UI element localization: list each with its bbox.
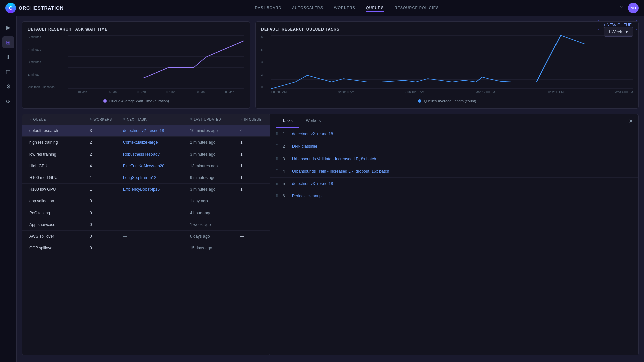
cell-queue-name: AWS spillover <box>26 231 87 242</box>
wait-time-chart-card: DEFAULT RESEARCH TASK WAIT TIME <box>22 21 250 109</box>
cell-workers: 0 <box>87 207 120 219</box>
task-name[interactable]: Urbansounds Train - Increased LR, dropou… <box>292 169 389 174</box>
sidebar-item-refresh[interactable]: ⟳ <box>2 95 14 107</box>
panel-close-button[interactable]: ✕ <box>629 118 633 124</box>
y-label-5sec: less than 5 seconds <box>28 85 55 89</box>
sidebar-item-dataops[interactable]: ⬇ <box>2 51 14 63</box>
bottom-row: ⇅ QUEUE ⇅ WORKERS ⇅ NEXT TASK ⇅ LAST UPD… <box>22 114 639 355</box>
table-row[interactable]: default research 3 detectnet_v2_resnet18… <box>22 125 270 137</box>
cell-next-task[interactable]: EfficiencyBoost-fp16 <box>120 184 187 195</box>
app-title: ORCHESTRATION <box>19 5 64 11</box>
cell-next-task: — <box>120 242 187 252</box>
task-number: 5 <box>283 181 288 186</box>
sidebar-item-orchestration[interactable]: ⊞ <box>2 36 14 48</box>
sort-icon-workers: ⇅ <box>90 118 92 121</box>
table-row[interactable]: GCP spillover 0 — 15 days ago — <box>22 242 270 252</box>
col-next-task[interactable]: ⇅ NEXT TASK <box>120 114 187 125</box>
col-queue[interactable]: ⇅ QUEUE <box>26 114 87 125</box>
wait-time-svg <box>68 35 244 89</box>
task-number: 3 <box>283 157 288 161</box>
cell-workers: 1 <box>87 184 120 195</box>
cell-next-task[interactable]: RobustnessTest-adv <box>120 148 187 160</box>
cell-workers: 0 <box>87 242 120 252</box>
table-row[interactable]: app validation 0 — 1 day ago — <box>22 195 270 207</box>
col-in-queue[interactable]: ⇅ IN QUEUE <box>238 114 265 125</box>
cell-in-queue: — <box>238 207 265 219</box>
tab-autoscalers[interactable]: AUTOSCALERS <box>292 4 323 12</box>
drag-handle-icon: ⠿ <box>276 132 279 136</box>
nav-tabs: DASHBOARD AUTOSCALERS WORKERS QUEUES RES… <box>74 4 620 12</box>
nav-right: ? NO <box>620 3 639 13</box>
cell-queue-name: PoC testing <box>26 207 87 219</box>
cell-next-task: — <box>120 219 187 230</box>
table-row[interactable]: App showcase 0 — 1 week ago — <box>22 219 270 231</box>
cell-last-updated: 4 hours ago <box>187 207 238 219</box>
task-name[interactable]: Urbansounds Validate - Increased LR, 8x … <box>292 157 376 161</box>
cell-in-queue: 1 <box>238 172 265 183</box>
col-last-updated[interactable]: ⇅ LAST UPDATED <box>187 114 238 125</box>
task-list: ⠿ 1 detectnet_v2_resnet18 ⠿ 2 DNN classi… <box>270 128 638 202</box>
panel-header: Tasks Workers ✕ <box>270 114 638 128</box>
cell-workers: 4 <box>87 160 120 172</box>
charts-row: DEFAULT RESEARCH TASK WAIT TIME <box>22 21 639 109</box>
task-row[interactable]: ⠿ 5 detectnet_v3_resnet18 <box>270 178 638 190</box>
user-avatar[interactable]: NO <box>628 3 639 13</box>
tab-dashboard[interactable]: DASHBOARD <box>255 4 282 12</box>
table-row[interactable]: PoC testing 0 — 4 hours ago — <box>22 207 270 219</box>
col-workers[interactable]: ⇅ WORKERS <box>87 114 120 125</box>
table-row[interactable]: High GPU 4 FineTuneX-News-ep20 13 minute… <box>22 160 270 172</box>
cell-last-updated: 1 day ago <box>187 195 238 207</box>
task-name[interactable]: detectnet_v2_resnet18 <box>292 132 333 136</box>
task-row[interactable]: ⠿ 3 Urbansounds Validate - Increased LR,… <box>270 153 638 165</box>
legend-dot-blue <box>418 99 421 103</box>
cell-in-queue: 1 <box>238 160 265 172</box>
task-row[interactable]: ⠿ 4 Urbansounds Train - Increased LR, dr… <box>270 165 638 178</box>
cell-last-updated: 10 minutes ago <box>187 125 238 136</box>
panel-tab-tasks[interactable]: Tasks <box>276 114 299 128</box>
drag-handle-icon: ⠿ <box>276 169 279 174</box>
tab-resource-policies[interactable]: RESOURCE POLICIES <box>394 4 439 12</box>
y-label-1min: 1 minute <box>28 73 55 76</box>
sidebar-item-settings[interactable]: ⚙ <box>2 80 14 93</box>
cell-next-task[interactable]: FineTuneX-News-ep20 <box>120 160 187 172</box>
table-row[interactable]: low res training 2 RobustnessTest-adv 3 … <box>22 148 270 160</box>
cell-queue-name: app validation <box>26 195 87 207</box>
task-row[interactable]: ⠿ 2 DNN classifier <box>270 140 638 153</box>
cell-last-updated: 13 minutes ago <box>187 160 238 172</box>
cell-next-task[interactable]: LongSeqTrain-512 <box>120 172 187 183</box>
sidebar-item-datasets[interactable]: ◫ <box>2 66 14 78</box>
tab-queues[interactable]: QUEUES <box>366 4 384 12</box>
table-row[interactable]: H100 med GPU 1 LongSeqTrain-512 9 minute… <box>22 172 270 184</box>
task-number: 1 <box>283 132 288 136</box>
help-button[interactable]: ? <box>620 5 623 11</box>
queued-tasks-chart-title: DEFAULT RESEARCH QUEUED TASKS <box>261 27 633 31</box>
new-queue-button[interactable]: + NEW QUEUE <box>598 20 637 30</box>
cell-last-updated: 15 days ago <box>187 242 238 252</box>
cell-next-task[interactable]: Contextualize-large <box>120 137 187 148</box>
wait-time-legend: Queue Average Wait Time (duration) <box>28 99 244 103</box>
task-name[interactable]: Periodic cleanup <box>292 194 322 198</box>
queued-tasks-svg <box>271 35 633 89</box>
task-row[interactable]: ⠿ 1 detectnet_v2_resnet18 <box>270 128 638 140</box>
sidebar-item-pipelines[interactable]: ▶ <box>2 21 14 34</box>
cell-in-queue: 1 <box>238 184 265 195</box>
task-name[interactable]: DNN classifier <box>292 144 317 149</box>
panel-tab-workers[interactable]: Workers <box>299 114 328 128</box>
app-logo[interactable]: C ORCHESTRATION <box>5 3 64 13</box>
table-row[interactable]: high res training 2 Contextualize-large … <box>22 137 270 148</box>
cell-queue-name: High GPU <box>26 160 87 172</box>
drag-handle-icon: ⠿ <box>276 144 279 149</box>
cell-workers: 2 <box>87 148 120 160</box>
cell-queue-name: H100 med GPU <box>26 172 87 183</box>
task-row[interactable]: ⠿ 6 Periodic cleanup <box>270 190 638 202</box>
table-row[interactable]: AWS spillover 0 — 6 days ago — <box>22 231 270 242</box>
panel-tabs: Tasks Workers <box>276 114 328 128</box>
tab-workers[interactable]: WORKERS <box>334 4 355 12</box>
cell-next-task[interactable]: detectnet_v2_resnet18 <box>120 125 187 136</box>
table-row[interactable]: H100 low GPU 1 EfficiencyBoost-fp16 3 mi… <box>22 184 270 195</box>
task-name[interactable]: detectnet_v3_resnet18 <box>292 181 333 186</box>
queued-tasks-chart-card: DEFAULT RESEARCH QUEUED TASKS 1 Week ▼ <box>255 21 639 109</box>
cell-next-task: — <box>120 207 187 219</box>
right-panel: Tasks Workers ✕ ⠿ 1 detectnet_v2_resnet1… <box>270 114 639 355</box>
cell-queue-name: H100 low GPU <box>26 184 87 195</box>
